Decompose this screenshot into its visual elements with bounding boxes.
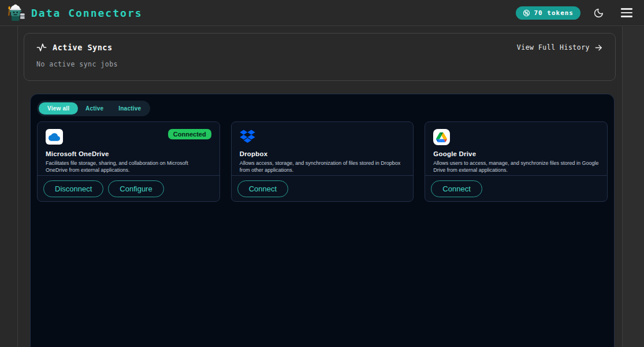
menu-button[interactable] [617, 3, 636, 22]
connector-name: Google Drive [433, 150, 599, 157]
connector-card-google-drive: Google Drive Allows users to access, man… [425, 121, 608, 202]
hamburger-menu-icon [621, 8, 632, 17]
active-syncs-card: Active Syncs View Full History No active… [24, 33, 616, 81]
activity-pulse-icon [36, 42, 47, 53]
moon-icon [594, 8, 604, 18]
connector-name: Dropbox [240, 150, 405, 157]
connector-description: Facilitates file storage, sharing, and c… [46, 160, 211, 174]
scrollbar-track[interactable] [623, 27, 644, 347]
arrow-right-icon [594, 43, 603, 52]
connector-description: Allows users to access, manage, and sync… [433, 160, 599, 174]
tokens-badge[interactable]: 70 tokens [516, 6, 580, 20]
connect-button[interactable]: Connect [431, 180, 482, 197]
content-region: Active Syncs View Full History No active… [17, 26, 623, 347]
connect-button[interactable]: Connect [237, 180, 288, 197]
connector-card-dropbox: Dropbox Allows access, storage, and sync… [231, 121, 414, 202]
active-syncs-empty-message: No active sync jobs [36, 60, 603, 68]
tokens-label: 70 tokens [534, 9, 574, 17]
onedrive-cloud-icon [46, 129, 63, 145]
theme-toggle-button[interactable] [590, 3, 608, 22]
connector-description: Allows access, storage, and synchronizat… [240, 160, 405, 174]
connectors-panel: View all Active Inactive Connected M [30, 94, 615, 347]
status-badge: Connected [168, 129, 211, 139]
tab-inactive[interactable]: Inactive [111, 102, 148, 115]
configure-button[interactable]: Configure [108, 180, 163, 197]
connector-filter-tabs: View all Active Inactive [37, 101, 150, 116]
active-syncs-title: Active Syncs [53, 43, 113, 52]
connector-name: Microsoft OneDrive [46, 150, 211, 157]
tab-active[interactable]: Active [78, 102, 111, 115]
dropbox-icon [240, 130, 255, 143]
page-title: Data Connectors [31, 7, 143, 19]
disconnect-button[interactable]: Disconnect [43, 180, 103, 197]
google-drive-icon [433, 129, 450, 145]
tab-view-all[interactable]: View all [39, 102, 78, 115]
coins-icon [523, 9, 530, 17]
app-header: Data Connectors 70 tokens [0, 0, 644, 26]
goblin-mascot-icon [5, 2, 25, 23]
connector-cards-grid: Connected Microsoft OneDrive Facilitates… [37, 121, 608, 202]
view-full-history-link[interactable]: View Full History [517, 43, 603, 52]
connector-card-onedrive: Connected Microsoft OneDrive Facilitates… [37, 121, 220, 202]
view-full-history-label: View Full History [517, 43, 590, 51]
